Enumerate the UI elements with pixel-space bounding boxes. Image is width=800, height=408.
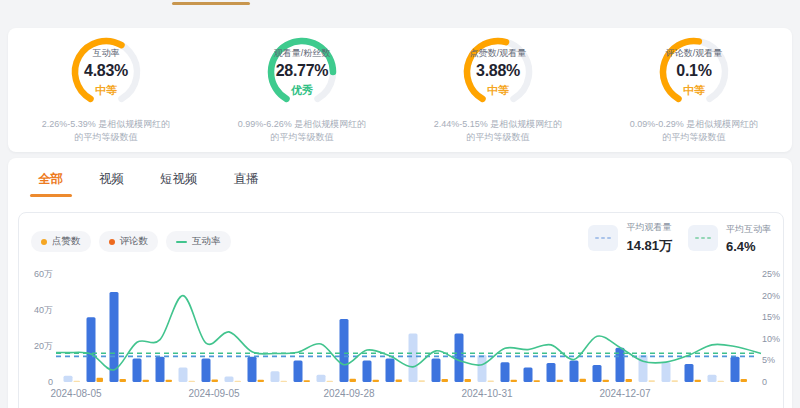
benchmark-line1: 0.99%-6.26% 是相似规模网红的: [238, 118, 367, 131]
svg-text:0: 0: [48, 377, 53, 387]
trend-chart-panel: 点赞数 评论数 互动率 平均观看量 14.81万: [18, 212, 784, 408]
gauge-likes-per-view: 点赞数/观看量 3.88% 中等 2.44%-5.15% 是相似规模网红的 的平…: [400, 28, 596, 152]
tab-live[interactable]: 直播: [234, 171, 259, 197]
dashed-line-icon: [688, 225, 718, 251]
metrics-summary-card: 互动率 4.83% 中等 2.26%-5.39% 是相似规模网红的 的平均等级数…: [8, 28, 792, 152]
gauge-views-per-follower: 观看量/粉丝数 28.77% 优秀 0.99%-6.26% 是相似规模网红的 的…: [204, 28, 400, 152]
gauge-value: 3.88%: [476, 62, 520, 80]
legend-likes[interactable]: 点赞数: [31, 231, 91, 252]
benchmark-line1: 2.26%-5.39% 是相似规模网红的: [42, 118, 171, 131]
benchmark-line1: 2.44%-5.15% 是相似规模网红的: [434, 118, 563, 131]
chart-header: 点赞数 评论数 互动率 平均观看量 14.81万: [31, 221, 771, 255]
stat-value: 6.4%: [726, 239, 771, 254]
gauge-value: 28.77%: [276, 62, 328, 80]
svg-text:2024-09-28: 2024-09-28: [323, 388, 375, 399]
gauge-label: 评论数/观看量: [666, 47, 723, 60]
average-stats: 平均观看量 14.81万 平均互动率 6.4%: [588, 221, 771, 255]
gauge-comments-per-view: 评论数/观看量 0.1% 中等 0.09%-0.29% 是相似规模网红的 的平均…: [596, 28, 792, 152]
chart-legend: 点赞数 评论数 互动率: [31, 231, 231, 252]
stat-label: 平均观看量: [626, 221, 672, 234]
gauge-ring-wrap: 互动率 4.83% 中等: [69, 35, 143, 109]
svg-text:60万: 60万: [34, 269, 53, 279]
gauge-status-badge: 中等: [487, 83, 509, 98]
likes-dot-icon: [41, 239, 47, 245]
tab-all[interactable]: 全部: [38, 171, 63, 197]
svg-text:40万: 40万: [34, 305, 53, 315]
gauge-status-badge: 优秀: [291, 83, 313, 98]
svg-text:2024-08-05: 2024-08-05: [50, 388, 102, 399]
tab-label: 全部: [38, 172, 63, 186]
gauge-ring-wrap: 观看量/粉丝数 28.77% 优秀: [265, 35, 339, 109]
legend-comments[interactable]: 评论数: [99, 231, 159, 252]
stat-value: 14.81万: [626, 237, 672, 255]
gauge-value: 4.83%: [84, 62, 128, 80]
svg-text:2024-10-31: 2024-10-31: [461, 388, 513, 399]
svg-text:15%: 15%: [762, 312, 780, 322]
tab-label: 短视频: [160, 172, 198, 186]
top-active-tab-underline: [172, 2, 250, 5]
gauge-readout: 观看量/粉丝数 28.77% 优秀: [225, 35, 379, 109]
tab-short-video[interactable]: 短视频: [160, 171, 198, 197]
stat-average-views: 平均观看量 14.81万: [588, 221, 672, 255]
rate-line-icon: [176, 241, 187, 243]
stat-label: 平均互动率: [726, 223, 771, 236]
legend-engagement-rate[interactable]: 互动率: [166, 231, 231, 252]
svg-text:2024-12-07: 2024-12-07: [599, 388, 651, 399]
gauge-benchmark-note: 0.99%-6.26% 是相似规模网红的 的平均等级数值: [238, 118, 367, 144]
comments-dot-icon: [109, 239, 115, 245]
svg-text:0: 0: [762, 377, 767, 387]
legend-label: 互动率: [192, 235, 221, 248]
gauge-status-badge: 中等: [683, 83, 705, 98]
tab-label: 直播: [234, 172, 259, 186]
stat-average-engagement: 平均互动率 6.4%: [688, 221, 771, 255]
content-type-tabs: 全部 视频 短视频 直播: [8, 158, 792, 197]
gauge-value: 0.1%: [676, 62, 711, 80]
svg-text:5%: 5%: [762, 355, 775, 365]
tab-label: 视频: [99, 172, 124, 186]
benchmark-line2: 的平均等级数值: [434, 131, 563, 144]
gauge-readout: 点赞数/观看量 3.88% 中等: [421, 35, 575, 109]
legend-label: 评论数: [120, 235, 149, 248]
svg-text:25%: 25%: [762, 269, 780, 279]
gauge-label: 点赞数/观看量: [470, 47, 527, 60]
gauge-status-badge: 中等: [95, 83, 117, 98]
gauge-label: 观看量/粉丝数: [274, 47, 331, 60]
gauge-benchmark-note: 2.26%-5.39% 是相似规模网红的 的平均等级数值: [42, 118, 171, 144]
gauge-benchmark-note: 2.44%-5.15% 是相似规模网红的 的平均等级数值: [434, 118, 563, 144]
content-analytics-card: 全部 视频 短视频 直播 点赞数 评论数 互动率: [8, 158, 792, 408]
benchmark-line2: 的平均等级数值: [42, 131, 171, 144]
gauge-benchmark-note: 0.09%-0.29% 是相似规模网红的 的平均等级数值: [630, 118, 759, 144]
gauge-label: 互动率: [93, 47, 120, 60]
dashed-line-icon: [588, 225, 618, 251]
svg-text:20%: 20%: [762, 291, 780, 301]
gauge-readout: 评论数/观看量 0.1% 中等: [617, 35, 771, 109]
svg-text:20万: 20万: [34, 341, 53, 351]
legend-label: 点赞数: [52, 235, 81, 248]
gauge-engagement-rate: 互动率 4.83% 中等 2.26%-5.39% 是相似规模网红的 的平均等级数…: [8, 28, 204, 152]
benchmark-line2: 的平均等级数值: [630, 131, 759, 144]
tab-video[interactable]: 视频: [99, 171, 124, 197]
benchmark-line2: 的平均等级数值: [238, 131, 367, 144]
svg-text:2024-09-05: 2024-09-05: [188, 388, 240, 399]
gauge-ring-wrap: 点赞数/观看量 3.88% 中等: [461, 35, 535, 109]
benchmark-line1: 0.09%-0.29% 是相似规模网红的: [630, 118, 759, 131]
svg-text:10%: 10%: [762, 334, 780, 344]
gauge-readout: 互动率 4.83% 中等: [29, 35, 183, 109]
gauge-ring-wrap: 评论数/观看量 0.1% 中等: [657, 35, 731, 109]
